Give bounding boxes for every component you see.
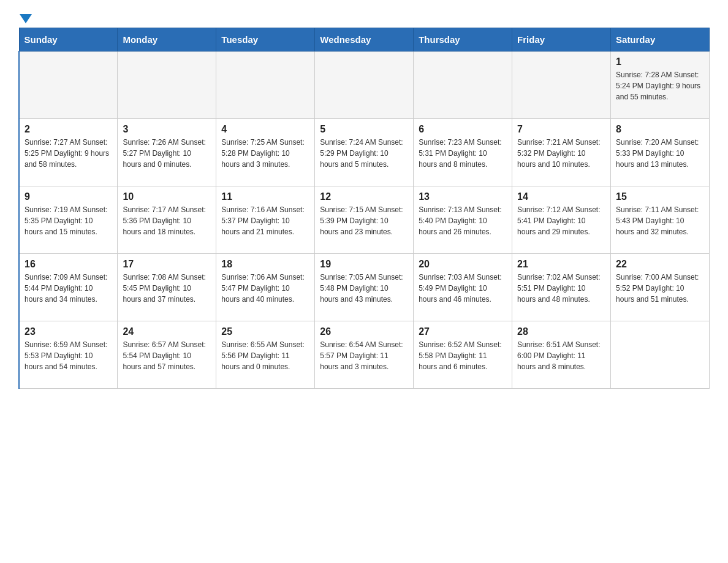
calendar-day-cell xyxy=(315,52,414,119)
day-number: 9 xyxy=(25,191,112,202)
day-info: Sunrise: 7:08 AM Sunset: 5:45 PM Dayligh… xyxy=(123,272,211,305)
day-number: 8 xyxy=(616,124,704,135)
day-info: Sunrise: 7:20 AM Sunset: 5:33 PM Dayligh… xyxy=(616,137,704,170)
day-number: 28 xyxy=(517,326,605,337)
calendar-day-cell: 28Sunrise: 6:51 AM Sunset: 6:00 PM Dayli… xyxy=(512,321,611,389)
calendar-day-cell: 10Sunrise: 7:17 AM Sunset: 5:36 PM Dayli… xyxy=(118,186,216,254)
calendar-day-cell: 5Sunrise: 7:24 AM Sunset: 5:29 PM Daylig… xyxy=(315,119,414,186)
day-number: 23 xyxy=(25,326,112,337)
calendar-day-cell: 17Sunrise: 7:08 AM Sunset: 5:45 PM Dayli… xyxy=(118,254,216,321)
calendar-day-cell xyxy=(118,52,216,119)
calendar-day-cell xyxy=(414,52,512,119)
calendar-day-cell xyxy=(19,52,118,119)
col-monday: Monday xyxy=(118,28,216,52)
calendar-week-row: 9Sunrise: 7:19 AM Sunset: 5:35 PM Daylig… xyxy=(19,186,710,254)
calendar-day-cell: 14Sunrise: 7:12 AM Sunset: 5:41 PM Dayli… xyxy=(512,186,611,254)
day-info: Sunrise: 7:09 AM Sunset: 5:44 PM Dayligh… xyxy=(25,272,112,305)
calendar-day-cell: 18Sunrise: 7:06 AM Sunset: 5:47 PM Dayli… xyxy=(216,254,315,321)
day-info: Sunrise: 7:00 AM Sunset: 5:52 PM Dayligh… xyxy=(616,272,704,305)
day-info: Sunrise: 6:55 AM Sunset: 5:56 PM Dayligh… xyxy=(221,339,309,372)
calendar-day-cell: 24Sunrise: 6:57 AM Sunset: 5:54 PM Dayli… xyxy=(118,321,216,389)
day-info: Sunrise: 7:05 AM Sunset: 5:48 PM Dayligh… xyxy=(320,272,408,305)
calendar-day-cell xyxy=(611,321,710,389)
day-number: 24 xyxy=(123,326,211,337)
calendar-table: Sunday Monday Tuesday Wednesday Thursday… xyxy=(18,28,710,389)
col-wednesday: Wednesday xyxy=(315,28,414,52)
day-number: 27 xyxy=(419,326,507,337)
page-header xyxy=(18,12,710,21)
day-info: Sunrise: 7:27 AM Sunset: 5:25 PM Dayligh… xyxy=(25,137,112,170)
day-number: 22 xyxy=(616,259,704,270)
calendar-day-cell: 6Sunrise: 7:23 AM Sunset: 5:31 PM Daylig… xyxy=(414,119,512,186)
day-number: 6 xyxy=(419,124,507,135)
day-info: Sunrise: 7:03 AM Sunset: 5:49 PM Dayligh… xyxy=(419,272,507,305)
day-info: Sunrise: 6:59 AM Sunset: 5:53 PM Dayligh… xyxy=(25,339,112,372)
day-info: Sunrise: 7:12 AM Sunset: 5:41 PM Dayligh… xyxy=(517,204,605,237)
day-info: Sunrise: 7:16 AM Sunset: 5:37 PM Dayligh… xyxy=(221,204,309,237)
col-friday: Friday xyxy=(512,28,611,52)
day-info: Sunrise: 7:02 AM Sunset: 5:51 PM Dayligh… xyxy=(517,272,605,305)
calendar-day-cell: 25Sunrise: 6:55 AM Sunset: 5:56 PM Dayli… xyxy=(216,321,315,389)
day-info: Sunrise: 7:13 AM Sunset: 5:40 PM Dayligh… xyxy=(419,204,507,237)
calendar-header-row: Sunday Monday Tuesday Wednesday Thursday… xyxy=(19,28,710,52)
day-number: 10 xyxy=(123,191,211,202)
col-tuesday: Tuesday xyxy=(216,28,315,52)
calendar-day-cell: 12Sunrise: 7:15 AM Sunset: 5:39 PM Dayli… xyxy=(315,186,414,254)
day-number: 3 xyxy=(123,124,211,135)
calendar-week-row: 23Sunrise: 6:59 AM Sunset: 5:53 PM Dayli… xyxy=(19,321,710,389)
day-number: 19 xyxy=(320,259,408,270)
calendar-day-cell: 9Sunrise: 7:19 AM Sunset: 5:35 PM Daylig… xyxy=(19,186,118,254)
col-sunday: Sunday xyxy=(19,28,118,52)
day-number: 1 xyxy=(616,56,704,67)
day-info: Sunrise: 6:57 AM Sunset: 5:54 PM Dayligh… xyxy=(123,339,211,372)
day-number: 14 xyxy=(517,191,605,202)
day-info: Sunrise: 6:52 AM Sunset: 5:58 PM Dayligh… xyxy=(419,339,507,372)
day-info: Sunrise: 7:06 AM Sunset: 5:47 PM Dayligh… xyxy=(221,272,309,305)
calendar-day-cell: 3Sunrise: 7:26 AM Sunset: 5:27 PM Daylig… xyxy=(118,119,216,186)
calendar-day-cell: 11Sunrise: 7:16 AM Sunset: 5:37 PM Dayli… xyxy=(216,186,315,254)
day-number: 20 xyxy=(419,259,507,270)
day-number: 13 xyxy=(419,191,507,202)
day-number: 4 xyxy=(221,124,309,135)
calendar-day-cell: 22Sunrise: 7:00 AM Sunset: 5:52 PM Dayli… xyxy=(611,254,710,321)
day-number: 5 xyxy=(320,124,408,135)
day-info: Sunrise: 6:54 AM Sunset: 5:57 PM Dayligh… xyxy=(320,339,408,372)
calendar-day-cell: 16Sunrise: 7:09 AM Sunset: 5:44 PM Dayli… xyxy=(19,254,118,321)
calendar-day-cell xyxy=(216,52,315,119)
calendar-week-row: 1Sunrise: 7:28 AM Sunset: 5:24 PM Daylig… xyxy=(19,52,710,119)
day-info: Sunrise: 7:28 AM Sunset: 5:24 PM Dayligh… xyxy=(616,69,704,102)
calendar-day-cell: 7Sunrise: 7:21 AM Sunset: 5:32 PM Daylig… xyxy=(512,119,611,186)
day-number: 15 xyxy=(616,191,704,202)
calendar-day-cell: 19Sunrise: 7:05 AM Sunset: 5:48 PM Dayli… xyxy=(315,254,414,321)
calendar-day-cell: 2Sunrise: 7:27 AM Sunset: 5:25 PM Daylig… xyxy=(19,119,118,186)
calendar-day-cell: 8Sunrise: 7:20 AM Sunset: 5:33 PM Daylig… xyxy=(611,119,710,186)
day-number: 16 xyxy=(25,259,112,270)
day-number: 17 xyxy=(123,259,211,270)
calendar-day-cell xyxy=(512,52,611,119)
day-info: Sunrise: 7:11 AM Sunset: 5:43 PM Dayligh… xyxy=(616,204,704,237)
calendar-day-cell: 26Sunrise: 6:54 AM Sunset: 5:57 PM Dayli… xyxy=(315,321,414,389)
logo-arrow-icon xyxy=(20,14,32,23)
calendar-week-row: 2Sunrise: 7:27 AM Sunset: 5:25 PM Daylig… xyxy=(19,119,710,186)
logo xyxy=(18,12,32,21)
day-info: Sunrise: 7:24 AM Sunset: 5:29 PM Dayligh… xyxy=(320,137,408,170)
day-info: Sunrise: 7:15 AM Sunset: 5:39 PM Dayligh… xyxy=(320,204,408,237)
day-info: Sunrise: 7:17 AM Sunset: 5:36 PM Dayligh… xyxy=(123,204,211,237)
day-info: Sunrise: 7:25 AM Sunset: 5:28 PM Dayligh… xyxy=(221,137,309,170)
calendar-day-cell: 27Sunrise: 6:52 AM Sunset: 5:58 PM Dayli… xyxy=(414,321,512,389)
day-info: Sunrise: 7:21 AM Sunset: 5:32 PM Dayligh… xyxy=(517,137,605,170)
day-number: 11 xyxy=(221,191,309,202)
day-number: 2 xyxy=(25,124,112,135)
day-info: Sunrise: 7:19 AM Sunset: 5:35 PM Dayligh… xyxy=(25,204,112,237)
calendar-day-cell: 1Sunrise: 7:28 AM Sunset: 5:24 PM Daylig… xyxy=(611,52,710,119)
day-number: 25 xyxy=(221,326,309,337)
calendar-day-cell: 20Sunrise: 7:03 AM Sunset: 5:49 PM Dayli… xyxy=(414,254,512,321)
day-number: 21 xyxy=(517,259,605,270)
calendar-week-row: 16Sunrise: 7:09 AM Sunset: 5:44 PM Dayli… xyxy=(19,254,710,321)
day-info: Sunrise: 6:51 AM Sunset: 6:00 PM Dayligh… xyxy=(517,339,605,372)
calendar-day-cell: 13Sunrise: 7:13 AM Sunset: 5:40 PM Dayli… xyxy=(414,186,512,254)
day-number: 18 xyxy=(221,259,309,270)
day-number: 12 xyxy=(320,191,408,202)
day-info: Sunrise: 7:26 AM Sunset: 5:27 PM Dayligh… xyxy=(123,137,211,170)
calendar-day-cell: 15Sunrise: 7:11 AM Sunset: 5:43 PM Dayli… xyxy=(611,186,710,254)
